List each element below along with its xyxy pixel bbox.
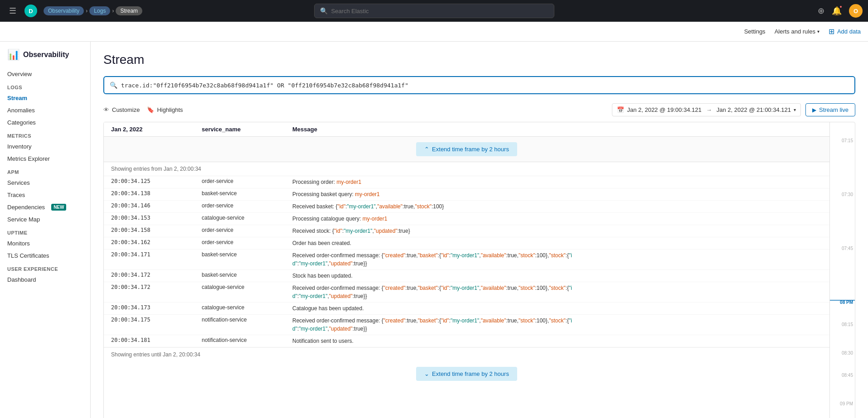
sidebar-item-service-map[interactable]: Service Map — [0, 213, 90, 226]
user-avatar-d[interactable]: D — [24, 5, 37, 17]
log-row[interactable]: 20:00:34.172 basket-service Stock has be… — [104, 270, 829, 282]
add-data-button[interactable]: ⊞ Add data — [829, 27, 861, 36]
log-row[interactable]: 20:00:34.162 order-service Order has bee… — [104, 237, 829, 250]
log-row[interactable]: 20:00:34.125 order-service Processing or… — [104, 176, 829, 188]
extend-btn-row-bottom: ⌄ Extend time frame by 2 hours — [104, 361, 829, 386]
extend-time-button-top[interactable]: ⌃ Extend time frame by 2 hours — [416, 142, 517, 156]
stream-live-button[interactable]: ▶ Stream live — [805, 103, 855, 116]
log-message: Notification sent to users. — [292, 337, 822, 345]
log-row[interactable]: 20:00:34.146 order-service Received bask… — [104, 201, 829, 213]
log-row[interactable]: 20:00:34.171 basket-service Received ord… — [104, 250, 829, 270]
extend-icon-top: ⌃ — [424, 146, 429, 153]
sidebar-monitors-label: Monitors — [7, 240, 30, 247]
timeline-active-line — [830, 300, 855, 301]
search-container: 🔍 — [314, 4, 554, 18]
log-row[interactable]: 20:00:34.181 notification-service Notifi… — [104, 335, 829, 347]
notification-container: 🔔 — [832, 6, 842, 16]
help-icon-btn[interactable]: ⊕ — [818, 6, 824, 16]
sidebar-inventory-label: Inventory — [7, 143, 31, 150]
stream-live-label: Stream live — [819, 106, 849, 113]
breadcrumb-observability[interactable]: Observability — [44, 6, 84, 15]
extend-time-button-bottom[interactable]: ⌄ Extend time frame by 2 hours — [416, 367, 517, 381]
log-time: 20:00:34.138 — [111, 190, 202, 197]
secondary-nav: Settings Alerts and rules ▾ ⊞ Add data — [0, 22, 868, 42]
sidebar-item-overview[interactable]: Overview — [0, 68, 90, 80]
sidebar-item-metrics-explorer[interactable]: Metrics Explorer — [0, 153, 90, 165]
hamburger-button[interactable]: ☰ — [5, 4, 20, 18]
calendar-icon: 📅 — [617, 106, 624, 113]
alerts-button[interactable]: Alerts and rules ▾ — [775, 28, 820, 35]
search-input[interactable] — [331, 8, 548, 14]
sidebar-item-anomalies[interactable]: Anomalies — [0, 104, 90, 116]
log-time: 20:00:34.171 — [111, 251, 202, 258]
log-area: Jan 2, 2022 service_name Message ⌃ Exten… — [103, 122, 855, 418]
timeline-label-0715: 07:15 — [842, 138, 853, 143]
sidebar-item-monitors[interactable]: Monitors — [0, 237, 90, 250]
add-data-label: Add data — [837, 28, 861, 35]
showing-from-label: Showing entries from Jan 2, 20:00:34 — [104, 162, 829, 176]
customize-label: Customize — [112, 106, 140, 113]
timeline-label-0900: 09 PM — [840, 401, 853, 406]
sidebar-item-tls-certs[interactable]: TLS Certificates — [0, 250, 90, 262]
settings-button[interactable]: Settings — [744, 28, 766, 35]
log-row[interactable]: 20:00:34.175 notification-service Receiv… — [104, 315, 829, 335]
top-navbar: ☰ D Observability › Logs › Stream 🔍 ⊕ 🔔 … — [0, 0, 868, 22]
log-message: Order has been created. — [292, 239, 822, 247]
log-row[interactable]: 20:00:34.158 order-service Received stoc… — [104, 225, 829, 237]
log-message: Processing catalogue query: my-order1 — [292, 215, 822, 223]
log-service: catalogue-service — [202, 284, 292, 290]
log-row[interactable]: 20:00:34.153 catalogue-service Processin… — [104, 213, 829, 225]
header-message: Message — [292, 126, 822, 133]
breadcrumb-stream: Stream — [116, 6, 142, 15]
header-service: service_name — [202, 126, 292, 133]
sidebar-section-metrics: Metrics — [0, 129, 90, 140]
log-time: 20:00:34.125 — [111, 178, 202, 184]
log-service: notification-service — [202, 317, 292, 323]
add-data-icon: ⊞ — [829, 27, 834, 36]
sidebar-services-label: Services — [7, 179, 30, 186]
log-service: order-service — [202, 202, 292, 209]
sidebar-item-categories[interactable]: Categories — [0, 116, 90, 129]
log-message: Received stock: {"id":"my-order1","updat… — [292, 227, 822, 235]
log-service: order-service — [202, 239, 292, 245]
customize-button[interactable]: 👁 Customize — [103, 106, 140, 113]
main-content: Stream 🔍 👁 Customize 🔖 Highlights 📅 — [91, 42, 868, 418]
sidebar-item-inventory[interactable]: Inventory — [0, 140, 90, 153]
new-badge: NEW — [51, 204, 66, 211]
date-chevron-icon: ▾ — [794, 107, 796, 112]
sidebar-item-dashboard[interactable]: Dashboard — [0, 274, 90, 286]
customize-icon: 👁 — [103, 106, 109, 113]
extend-btn-row-top: ⌃ Extend time frame by 2 hours — [104, 137, 829, 162]
sidebar-item-traces[interactable]: Traces — [0, 189, 90, 201]
log-row[interactable]: 20:00:34.138 basket-service Processing b… — [104, 188, 829, 201]
sidebar-item-dependencies[interactable]: Dependencies NEW — [0, 201, 90, 213]
breadcrumb-sep-1: › — [86, 8, 87, 14]
log-row[interactable]: 20:00:34.173 catalogue-service Catalogue… — [104, 303, 829, 315]
sidebar-tls-label: TLS Certificates — [7, 252, 49, 259]
user-avatar-main[interactable]: O — [849, 4, 863, 18]
log-row[interactable]: 20:00:34.172 catalogue-service Received … — [104, 282, 829, 303]
filter-search-icon: 🔍 — [110, 82, 117, 89]
notification-dot — [839, 5, 843, 9]
extend-label-bottom: Extend time frame by 2 hours — [432, 370, 509, 377]
play-icon: ▶ — [812, 107, 816, 113]
toolbar-left: 👁 Customize 🔖 Highlights — [103, 106, 183, 113]
highlights-button[interactable]: 🔖 Highlights — [147, 106, 183, 113]
log-message: Stock has been updated. — [292, 272, 822, 280]
extend-icon-bottom: ⌄ — [424, 370, 429, 377]
sidebar-item-stream[interactable]: Stream — [0, 92, 90, 104]
log-time: 20:00:34.162 — [111, 239, 202, 245]
log-time: 20:00:34.173 — [111, 304, 202, 311]
sidebar-item-services[interactable]: Services — [0, 177, 90, 189]
log-time: 20:00:34.175 — [111, 317, 202, 323]
date-from: Jan 2, 2022 @ 19:00:34.121 — [627, 106, 701, 113]
breadcrumb-logs[interactable]: Logs — [89, 6, 110, 15]
log-service: notification-service — [202, 337, 292, 343]
sidebar-section-user-experience: User Experience — [0, 262, 90, 274]
log-service: basket-service — [202, 272, 292, 278]
topbar-right: ⊕ 🔔 O — [818, 4, 863, 18]
filter-input[interactable] — [121, 82, 849, 89]
sidebar-dependencies-label: Dependencies — [7, 204, 45, 211]
log-service: order-service — [202, 178, 292, 184]
date-range-button[interactable]: 📅 Jan 2, 2022 @ 19:00:34.121 → Jan 2, 20… — [612, 103, 801, 116]
